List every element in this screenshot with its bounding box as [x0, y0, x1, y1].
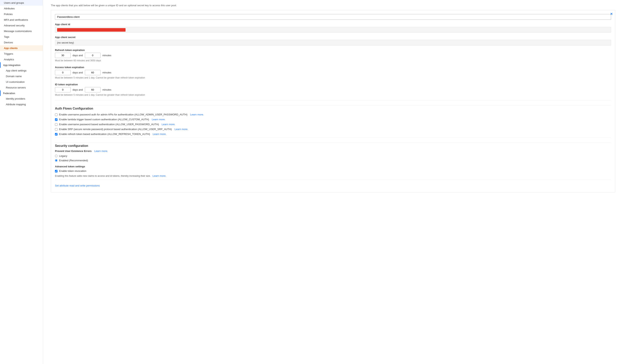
sidebar-item-ui-customization[interactable]: UI customization: [0, 79, 43, 85]
sidebar-item-attribute-mapping[interactable]: Attribute mapping: [0, 101, 43, 107]
sidebar-label-app-clients: App clients: [4, 47, 18, 50]
access-token-row: days and minutes: [55, 70, 611, 75]
sidebar-item-policies[interactable]: Policies: [0, 11, 43, 17]
access-token-days-input[interactable]: [55, 70, 71, 75]
sidebar-item-analytics[interactable]: Analytics: [0, 57, 43, 62]
sidebar: Users and groups Attributes Policies MFA…: [0, 0, 43, 364]
prevent-errors-row: Prevent User Existence Errors Learn more…: [55, 150, 611, 153]
auth-flow-learn-0[interactable]: Learn more.: [190, 113, 204, 116]
sidebar-section-federation-label: Federation: [3, 92, 15, 95]
app-client-id-label: App client id: [55, 23, 611, 26]
enable-token-revocation-row: Enable token revocation: [55, 169, 611, 172]
intro-text: The app clients that you add below will …: [51, 4, 615, 7]
auth-flow-label-2: Enable username password based authentic…: [59, 123, 159, 126]
auth-flow-label-0: Enable username password auth for admin …: [59, 113, 188, 116]
sidebar-label-users-and-groups: Users and groups: [4, 1, 24, 4]
radio-enabled-row: Enabled (Recommended): [55, 159, 611, 162]
app-client-secret-label: App client secret: [55, 36, 611, 39]
radio-legacy-label: Legacy: [59, 155, 67, 157]
app-client-secret-value: (no secret key): [55, 40, 611, 45]
sidebar-section-app-integration-label: App integration: [3, 64, 21, 67]
access-token-minutes-input[interactable]: [85, 70, 101, 75]
auth-flows-title: Auth Flows Configuration: [55, 105, 611, 110]
sidebar-label-attributes: Attributes: [4, 7, 15, 10]
sidebar-label-domain-name: Domain name: [6, 75, 22, 78]
auth-flow-item-2: Enable username password based authentic…: [55, 123, 611, 126]
sidebar-item-domain-name[interactable]: Domain name: [0, 73, 43, 79]
auth-flow-learn-2[interactable]: Learn more.: [162, 123, 175, 126]
refresh-token-minutes-input[interactable]: [85, 53, 101, 58]
sidebar-label-identity-providers: Identity providers: [6, 97, 25, 100]
federation-indicator: [0, 90, 0, 96]
auth-flow-learn-3[interactable]: Learn more.: [175, 128, 188, 131]
access-token-label: Access token expiration: [55, 66, 611, 69]
sidebar-label-attribute-mapping: Attribute mapping: [6, 103, 26, 106]
auth-flow-item-1: Enable lambda trigger based custom authe…: [55, 118, 611, 121]
sidebar-item-identity-providers[interactable]: Identity providers: [0, 96, 43, 101]
refresh-token-days-input[interactable]: [55, 53, 71, 58]
security-config-title: Security configuration: [55, 142, 611, 148]
app-client-card: ✕ App client id ████████████████████ App…: [51, 10, 615, 192]
sidebar-label-ui-customization: UI customization: [6, 81, 25, 83]
enable-token-revocation-checkbox[interactable]: [55, 170, 58, 172]
id-token-minutes-input[interactable]: [85, 87, 101, 92]
access-token-hint: Must be between 5 minutes and 1 day. Can…: [55, 76, 611, 79]
sidebar-item-advanced-security[interactable]: Advanced security: [0, 23, 43, 28]
app-client-id-value: ████████████████████: [55, 27, 611, 33]
sidebar-label-app-client-settings: App client settings: [6, 69, 27, 72]
sidebar-item-tags[interactable]: Tags: [0, 34, 43, 40]
sidebar-item-devices[interactable]: Devices: [0, 40, 43, 45]
prevent-errors-label: Prevent User Existence Errors: [55, 150, 91, 153]
close-button[interactable]: ✕: [610, 13, 613, 16]
id-token-minutes-label: minutes: [102, 88, 111, 91]
sidebar-label-advanced-security: Advanced security: [4, 24, 25, 27]
sidebar-item-mfa[interactable]: MFA and verifications: [0, 17, 43, 23]
sidebar-label-triggers: Triggers: [4, 52, 13, 55]
prevent-errors-learn-more[interactable]: Learn more.: [94, 150, 108, 153]
id-token-label: ID token expiration: [55, 83, 611, 86]
id-token-row: days and minutes: [55, 87, 611, 92]
refresh-token-row: days and minutes: [55, 53, 611, 58]
refresh-token-hint: Must be between 60 minutes and 3650 days: [55, 59, 611, 62]
auth-flow-checkbox-3[interactable]: [55, 128, 58, 131]
sidebar-item-app-clients[interactable]: App clients: [0, 45, 43, 51]
auth-flow-label-4: Enable refresh token based authenticatio…: [59, 133, 150, 136]
auth-flow-checkbox-2[interactable]: [55, 123, 58, 126]
auth-flow-learn-4[interactable]: Learn more.: [153, 133, 166, 136]
auth-flow-learn-1[interactable]: Learn more.: [152, 118, 165, 121]
radio-legacy[interactable]: [55, 155, 58, 157]
sidebar-label-analytics: Analytics: [4, 58, 14, 61]
sidebar-label-devices: Devices: [4, 41, 13, 44]
radio-enabled[interactable]: [55, 159, 58, 162]
main-content: The app clients that you add below will …: [43, 0, 623, 364]
auth-flow-item-0: Enable username password auth for admin …: [55, 113, 611, 116]
sidebar-label-tags: Tags: [4, 35, 9, 38]
sidebar-item-users-and-groups[interactable]: Users and groups: [0, 0, 43, 6]
auth-flow-label-3: Enable SRP (secure remote password) prot…: [59, 128, 172, 131]
id-token-hint: Must be between 5 minutes and 1 day. Can…: [55, 94, 611, 96]
id-token-days-input[interactable]: [55, 87, 71, 92]
radio-legacy-row: Legacy: [55, 155, 611, 157]
auth-flow-checkbox-1[interactable]: [55, 118, 58, 121]
sidebar-label-policies: Policies: [4, 13, 13, 16]
sidebar-item-triggers[interactable]: Triggers: [0, 51, 43, 57]
auth-flow-item-4: Enable refresh token based authenticatio…: [55, 133, 611, 136]
enable-token-hint-text: Enabling this feature adds new claims to…: [55, 175, 151, 177]
access-token-minutes-label: minutes: [102, 71, 111, 74]
app-client-id-redacted: ████████████████████: [57, 28, 126, 32]
sidebar-section-federation[interactable]: Federation: [0, 90, 43, 96]
auth-flow-checkbox-0[interactable]: [55, 113, 58, 116]
sidebar-label-mfa: MFA and verifications: [4, 18, 28, 21]
sidebar-item-message-customizations[interactable]: Message customizations: [0, 28, 43, 34]
sidebar-item-app-client-settings[interactable]: App client settings: [0, 68, 43, 73]
advanced-token-title: Advanced token settings: [55, 165, 611, 168]
set-permissions-link[interactable]: Set attribute read and write permissions: [55, 183, 100, 188]
sidebar-item-resource-servers[interactable]: Resource servers: [0, 85, 43, 90]
sidebar-section-app-integration[interactable]: App integration: [0, 62, 43, 68]
auth-flow-checkbox-4[interactable]: [55, 133, 58, 136]
client-name-input[interactable]: [55, 14, 611, 20]
enable-token-learn-more[interactable]: Learn more.: [153, 174, 166, 177]
sidebar-item-attributes[interactable]: Attributes: [0, 6, 43, 11]
auth-flow-label-1: Enable lambda trigger based custom authe…: [59, 118, 149, 121]
enable-token-revocation-label: Enable token revocation: [59, 169, 86, 172]
